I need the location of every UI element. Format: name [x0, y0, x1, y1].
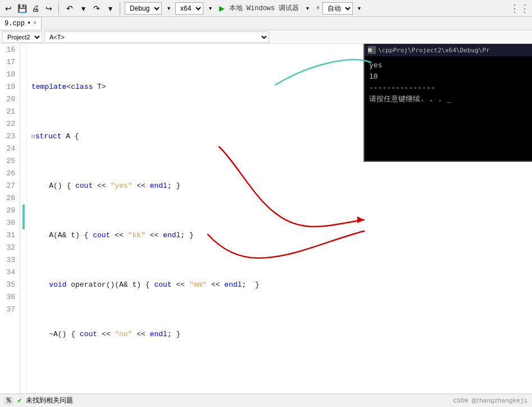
kw-cout-19: cout — [93, 229, 110, 242]
toolbar-btn-1[interactable]: ↩ — [2, 2, 15, 15]
line-numbers: 16 17 18 19 20 21 22 23 24 25 26 27 28 2… — [0, 44, 20, 394]
code-line-20: void operator()(A& t) { cout << "mm" << … — [31, 279, 528, 291]
windows-debugger-label: 本地 Windows 调试器 — [229, 3, 299, 13]
line-num-23: 23 — [4, 130, 15, 143]
kw-cout-21: cout — [80, 328, 97, 341]
status-message: 未找到相关问题 — [26, 396, 73, 405]
kw-struct: struct — [35, 130, 62, 143]
watermark: CSDN @zhangzhangkeji — [453, 397, 528, 404]
kw-endl-20: endl — [224, 279, 242, 291]
str-yes: "yes" — [110, 180, 132, 192]
code-line-21: ~A() { cout << "no" << endl; } — [31, 328, 528, 341]
tab-9cpp[interactable]: 9.cpp • × — [0, 17, 42, 30]
tab-bar: 9.cpp • × — [0, 17, 532, 30]
redo-button[interactable]: ↷ — [90, 2, 103, 15]
toolbar-file-group: ↩ 💾 🖨 ↪ — [2, 2, 59, 15]
line-num-33: 33 — [4, 254, 15, 266]
tab-close-button[interactable]: × — [33, 20, 37, 26]
tab-filename: 9.cpp — [4, 20, 25, 28]
toolbar-edit-group: ↶ ▾ ↷ ▾ — [63, 2, 120, 15]
arch-dropdown-btn[interactable]: ▾ — [206, 2, 215, 15]
debug-dropdown-btn[interactable]: ▾ — [164, 2, 173, 15]
toolbar-separator: ⚡ — [316, 4, 320, 12]
run-button[interactable]: ▶ — [217, 3, 227, 14]
toolbar-btn-4[interactable]: ↪ — [43, 2, 55, 15]
line-num-24: 24 — [4, 143, 15, 155]
console-line-2: 10 — [369, 71, 528, 82]
line-num-17: 17 — [4, 56, 15, 69]
kw-endl-19: endl — [163, 229, 180, 242]
code-line-18: A() { cout << "yes" << endl; } — [31, 180, 528, 192]
line-num-28: 28 — [4, 192, 15, 205]
str-mm: "mm" — [189, 279, 207, 291]
console-title: \cppProj\Project2\x64\Debug\Pr — [378, 47, 490, 54]
line-num-29: 29 — [4, 205, 15, 217]
kw-endl-18: endl — [150, 180, 167, 192]
line-num-30: 30 — [4, 217, 15, 229]
redo-dropdown[interactable]: ▾ — [104, 2, 116, 15]
nav-bar: Project2 A<T> — [0, 30, 532, 44]
debugger-dropdown-btn[interactable]: ▾ — [301, 2, 313, 15]
console-titlebar: ■ \cppProj\Project2\x64\Debug\Pr — [365, 44, 532, 56]
kw-template: template — [31, 81, 66, 93]
console-titlebar-icon: ■ — [368, 46, 376, 54]
kw-cout-20: cout — [154, 279, 171, 291]
code-line-22 — [31, 378, 528, 390]
line-num-22: 22 — [4, 118, 15, 130]
arch-select[interactable]: x64 — [175, 2, 203, 15]
line-num-16: 16 — [4, 44, 15, 56]
kw-class: class — [71, 81, 93, 93]
kw-cout-18: cout — [75, 180, 93, 192]
line-num-34: 34 — [4, 266, 15, 279]
project-nav-select[interactable]: Project2 — [2, 31, 42, 43]
line-num-25: 25 — [4, 155, 15, 168]
toolbar: ↩ 💾 🖨 ↪ ↶ ▾ ↷ ▾ Debug ▾ x64 ▾ ▶ 本地 Windo… — [0, 0, 532, 17]
line-num-31: 31 — [4, 229, 15, 242]
collapse-17[interactable]: ⊟ — [31, 130, 35, 143]
code-gutter — [20, 44, 27, 394]
status-bar: % ✔ 未找到相关问题 CSDN @zhangzhangkeji — [0, 394, 532, 407]
auto-select[interactable]: 自动 — [322, 2, 353, 15]
status-ok-icon: ✔ — [17, 396, 21, 405]
gutter-marker-30 — [22, 217, 25, 229]
toolbar-btn-2[interactable]: 💾 — [16, 2, 28, 15]
str-kk: "kk" — [128, 229, 145, 242]
undo-dropdown[interactable]: ▾ — [77, 2, 89, 15]
code-area: 16 17 18 19 20 21 22 23 24 25 26 27 28 2… — [0, 44, 532, 394]
debug-config-select[interactable]: Debug — [125, 2, 162, 15]
console-window[interactable]: ■ \cppProj\Project2\x64\Debug\Pr yes 10 … — [363, 44, 532, 162]
line-num-26: 26 — [4, 168, 15, 180]
toolbar-btn-3[interactable]: 🖨 — [29, 2, 42, 15]
console-body: yes 10 --------------- 请按任意键继续. . . _ — [365, 56, 532, 108]
line-num-20: 20 — [4, 93, 15, 106]
gutter-marker-29 — [22, 205, 25, 217]
line-num-37: 37 — [4, 304, 15, 316]
kw-endl-21: endl — [150, 328, 167, 341]
line-num-21: 21 — [4, 106, 15, 118]
class-nav-select[interactable]: A<T> — [44, 31, 269, 43]
kw-void: void — [49, 279, 66, 291]
str-no: "no" — [115, 328, 132, 341]
auto-dropdown-btn[interactable]: ▾ — [355, 2, 364, 15]
undo-button[interactable]: ↶ — [63, 2, 76, 15]
line-num-35: 35 — [4, 279, 15, 291]
console-line-4: 请按任意键继续. . . _ — [369, 93, 528, 105]
line-num-36: 36 — [4, 291, 15, 304]
tab-dot: • — [27, 20, 31, 28]
console-line-3: --------------- — [369, 82, 528, 93]
toolbar-menu-icon[interactable]: ⋮⋮ — [510, 2, 530, 15]
line-num-19: 19 — [4, 81, 15, 93]
line-num-18: 18 — [4, 69, 15, 81]
zoom-level[interactable]: % — [4, 397, 13, 405]
console-line-1: yes — [369, 60, 528, 71]
line-num-32: 32 — [4, 242, 15, 254]
line-num-27: 27 — [4, 180, 15, 192]
code-line-19: A(A& t) { cout << "kk" << endl; } — [31, 229, 528, 242]
